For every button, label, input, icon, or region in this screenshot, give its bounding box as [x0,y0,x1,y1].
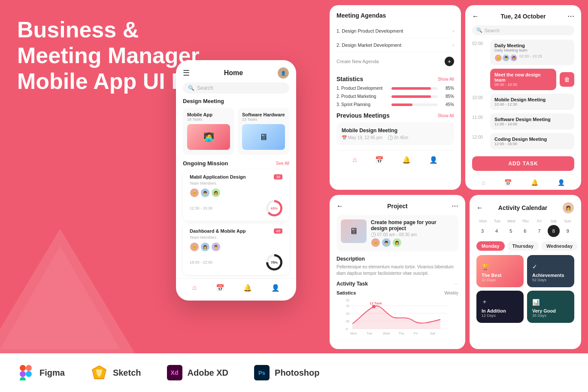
cal-nav: ⌂ 📅 🔔 👤 [472,174,574,186]
day-cell-7[interactable]: 7 [533,225,546,237]
nav-bell-icon[interactable]: 🔔 [243,284,252,292]
filter-monday[interactable]: Monday [476,241,505,251]
cal-nav-bell[interactable]: 🔔 [531,179,538,186]
project-task[interactable]: 🖥 Create home page for your design proje… [336,215,458,252]
svg-text:15: 15 [346,304,349,307]
prev-title: Previous Meetings [336,112,390,119]
panel-bottom: ← Project ⋯ 🖥 Create home page for your … [330,195,581,349]
mission-badge-2: 4d [274,228,282,234]
phone-title: Home [224,69,243,77]
nav-home-icon[interactable]: ⌂ [192,284,197,292]
day-cell-9[interactable]: 9 [562,225,574,237]
cal-nav-home[interactable]: ⌂ [482,179,485,186]
cal-back-icon[interactable]: ← [472,12,479,20]
proj-more-icon[interactable]: ⋯ [452,202,458,210]
event-new-design[interactable]: Meet the new design team 09:30 - 10:30 [490,69,556,90]
stat-bar-bg-1 [391,87,438,90]
prev-meetings-header: Previous Meetings Show All [336,112,454,119]
verygood-title: Very Good [532,308,569,313]
add-task-button[interactable]: ADD TASK [472,156,574,171]
nav-profile-icon[interactable]: 👤 [271,284,280,292]
progress-circle-2: 75% [266,254,282,270]
prev-show-all[interactable]: Show All [438,113,454,118]
event-title-red: Meet the new design team [494,72,552,82]
act-card-achievements[interactable]: ✓ Achievements 52 Days [527,255,574,287]
design-meeting-cards: Mobile App 18 Tasks 🧑‍💻 Software Hardwar… [176,108,296,160]
event-title-3: Software Design Meeting [494,117,570,122]
stat-row-3: 3. Sprint Planning 45% [336,102,454,107]
sketch-icon [91,364,108,381]
triangle-decoration [9,229,137,358]
event-avatar-1c: 👩 [510,54,518,62]
card-title-software: Software Hardware [242,112,285,117]
proj-back-icon[interactable]: ← [336,202,343,210]
stat-bar-bg-2 [391,95,438,98]
event-mobile-design[interactable]: Mobile Design Meeting 10:40 - 12:30 [490,94,574,110]
progress-value-1: 65% [271,207,278,210]
menu-icon[interactable]: ☰ [183,68,190,78]
cal-search[interactable]: 🔍 Search [472,25,574,35]
phone-search[interactable]: 🔍 Search [183,82,289,94]
meeting-card-software[interactable]: Software Hardware 23 Tasks 🖥 [238,108,289,155]
agenda-nav-profile[interactable]: 👤 [429,156,438,164]
cal-more-icon[interactable]: ⋯ [567,12,574,20]
act-user-avatar[interactable]: 👩 [562,202,574,214]
calendar-panel: ← Tue, 24 October ⋯ 🔍 Search 02:00 Daily… [465,5,581,190]
proj-avatar-c: 👩 [392,238,402,247]
figma-label: Figma [39,368,65,378]
day-cell-4[interactable]: 4 [491,225,503,237]
agenda-nav-calendar[interactable]: 📅 [375,156,384,164]
agenda-nav-bell[interactable]: 🔔 [402,156,411,164]
day-cell-8[interactable]: 8 [548,225,560,237]
see-all-btn[interactable]: See All [276,161,289,166]
proj-desc-text: Pellentesque eu elementum mauris tortor.… [336,264,458,277]
day-cell-6[interactable]: 6 [519,225,531,237]
stat-label-1: 1. Product Development [336,86,388,91]
act-card-best[interactable]: 🏆 The Best 22 Days [476,255,524,287]
act-card-addition[interactable]: ＋ In Addition 12 Days [476,291,524,323]
time-2: 10:00 [472,95,486,100]
activity-more[interactable]: ⋯ [454,282,458,286]
event-slot-red: Meet the new design team 09:30 - 10:30 🗑 [472,69,574,90]
weekly-btn[interactable]: Weekly [444,291,458,295]
cal-nav-calendar[interactable]: 📅 [504,179,512,186]
nav-calendar-icon[interactable]: 📅 [216,284,224,292]
stats-show-all[interactable]: Show All [438,77,454,82]
addition-title: In Addition [482,308,518,313]
agenda-item-2[interactable]: 2. Design Market Development › [336,38,454,52]
proj-team: 😊 👦 👩 [371,238,454,247]
event-avatar-1a: 😊 [494,54,502,62]
activity-title: Activity Task [336,281,368,287]
mission-card-2[interactable]: Dashboard & Mobile App 4d Team Members 😊… [183,224,289,275]
best-title: The Best [482,273,518,278]
filter-thursday[interactable]: Thursday [507,241,539,251]
agendas-nav: ⌂ 📅 🔔 👤 [336,150,454,164]
event-slot-4: 12:00 Coding Design Meeting 12:00 - 16:0… [472,133,574,149]
create-agenda[interactable]: Create New Agenda + [336,52,454,70]
mission-card-1[interactable]: Mabil Application Design 3d Team Members… [183,170,289,221]
event-software-design[interactable]: Software Design Meeting 11:00 - 14:00 [490,113,574,130]
add-agenda-btn[interactable]: + [445,57,454,66]
event-daily-meeting[interactable]: Daily Meeting Daily Meeting team 😊 👦 👩 0… [490,40,574,65]
delete-event-btn[interactable]: 🗑 [560,72,574,87]
agenda-nav-home[interactable]: ⌂ [353,156,357,164]
user-avatar[interactable]: 👤 [277,67,289,79]
meeting-card-mobile[interactable]: Mobile App 18 Tasks 🧑‍💻 [183,108,234,155]
agenda-chevron-2: › [452,43,454,48]
filter-wednesday[interactable]: Wednesday [541,241,578,251]
day-cell-5[interactable]: 5 [505,225,517,237]
day-cell-3[interactable]: 3 [476,225,488,237]
act-title: Activity Calendar [498,204,547,211]
cal-nav-profile[interactable]: 👤 [558,179,565,186]
card-title-mobile: Mobile App [187,112,230,117]
act-back-icon[interactable]: ← [476,204,483,212]
phone-header: ☰ Home 👤 [176,60,296,82]
verygood-days: 35 Days [532,313,569,318]
event-coding-design[interactable]: Coding Design Meeting 12:00 - 16:00 [490,133,574,149]
act-card-verygood[interactable]: 📊 Very Good 35 Days [527,291,574,323]
stat-bar-2 [391,95,431,98]
achievements-title: Achievements [532,273,569,278]
agenda-item-1[interactable]: 1. Design Product Development › [336,24,454,38]
prev-meeting-card[interactable]: Mobile Design Meeting 📅 May 19, 12:45 pm… [336,122,454,145]
svg-text:0: 0 [346,328,348,331]
